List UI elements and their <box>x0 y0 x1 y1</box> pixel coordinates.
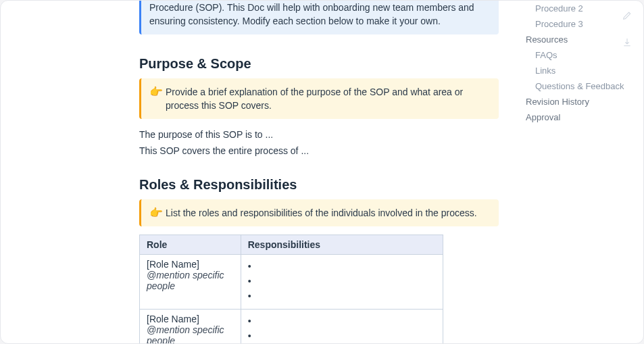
document-frame: Procedure (SOP). This Doc will help with… <box>0 0 644 344</box>
bullet-icon: • <box>248 289 257 303</box>
intro-callout: Procedure (SOP). This Doc will help with… <box>139 0 499 34</box>
edit-icon[interactable] <box>622 10 633 24</box>
intro-callout-text: Procedure (SOP). This Doc will help with… <box>149 1 489 28</box>
purpose-heading: Purpose & Scope <box>139 56 499 72</box>
outline-item-faqs[interactable]: FAQs <box>526 47 634 63</box>
pointing-right-icon: 👉 <box>149 206 166 220</box>
purpose-line-1[interactable]: The purpose of this SOP is to ... <box>139 127 499 142</box>
outline-item-approval[interactable]: Approval <box>526 109 634 125</box>
role-name: [Role Name] <box>147 314 234 324</box>
purpose-line-2[interactable]: This SOP covers the entire process of ..… <box>139 143 499 158</box>
roles-callout: 👉 List the roles and responsibilities of… <box>139 199 499 226</box>
purpose-callout-text: Provide a brief explanation of the purpo… <box>166 85 489 112</box>
outline-item-procedure-2[interactable]: Procedure 2 <box>526 1 634 16</box>
outline-item-resources[interactable]: Resources <box>526 32 634 47</box>
roles-table-col-role: Role <box>140 235 241 255</box>
download-icon[interactable] <box>622 37 633 51</box>
roles-table: Role Responsibilities [Role Name] @menti… <box>139 235 443 344</box>
bullet-icon: • <box>248 274 257 289</box>
outline-panel: Procedure 2 Procedure 3 Resources FAQs L… <box>526 1 634 125</box>
roles-heading: Roles & Responsibilities <box>139 177 499 193</box>
role-mention: @mention specific people <box>147 324 234 344</box>
outline-item-links[interactable]: Links <box>526 63 634 78</box>
table-row[interactable]: [Role Name] @mention specific people • •… <box>140 310 443 345</box>
outline-item-revision-history[interactable]: Revision History <box>526 94 634 109</box>
bullet-icon: • <box>248 314 257 328</box>
outline-item-questions-feedback[interactable]: Questions & Feedback <box>526 78 634 94</box>
roles-table-col-resp: Responsibilities <box>241 235 443 255</box>
purpose-callout: 👉 Provide a brief explanation of the pur… <box>139 78 499 119</box>
pointing-right-icon: 👉 <box>149 85 166 99</box>
outline-action-icons <box>622 10 633 51</box>
roles-callout-text: List the roles and responsibilities of t… <box>166 206 489 220</box>
role-name: [Role Name] <box>147 259 234 270</box>
outline-item-procedure-3[interactable]: Procedure 3 <box>526 16 634 32</box>
table-row[interactable]: [Role Name] @mention specific people • •… <box>140 255 443 310</box>
bullet-icon: • <box>248 259 257 274</box>
document-body: Procedure (SOP). This Doc will help with… <box>139 1 504 344</box>
role-mention: @mention specific people <box>147 270 234 291</box>
bullet-icon: • <box>248 328 257 343</box>
